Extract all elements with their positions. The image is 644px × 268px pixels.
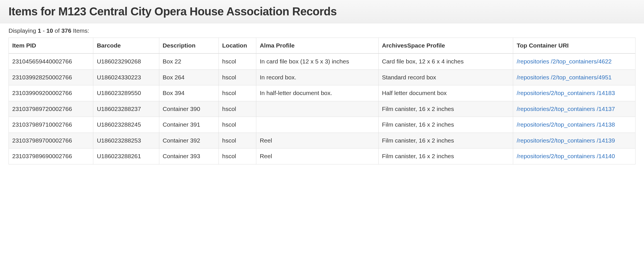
cell-alma: Reel bbox=[256, 149, 379, 164]
cell-top-container-uri: /repositories/2/top_containers /14183 bbox=[513, 85, 635, 101]
top-container-link[interactable]: /repositories/2/top_containers /14183 bbox=[517, 90, 615, 96]
cell-alma: In half-letter document box. bbox=[256, 85, 379, 101]
cell-barcode: U186023288245 bbox=[93, 117, 159, 133]
cell-alma: In card file box (12 x 5 x 3) inches bbox=[256, 53, 379, 69]
cell-location: hscol bbox=[218, 101, 256, 117]
table-row: 231037989710002766U186023288245Container… bbox=[9, 117, 635, 133]
items-table: Item PID Barcode Description Location Al… bbox=[9, 38, 635, 164]
cell-aspace: Film canister, 16 x 2 inches bbox=[378, 149, 513, 164]
cell-description: Container 393 bbox=[159, 149, 218, 164]
items-tbody: 231045659440002766U186023290268Box 22hsc… bbox=[9, 53, 635, 164]
top-container-link[interactable]: /repositories /2/top_containers/4622 bbox=[517, 58, 612, 65]
cell-description: Box 22 bbox=[159, 53, 218, 69]
cell-location: hscol bbox=[218, 69, 256, 85]
summary-of: of bbox=[53, 27, 61, 34]
cell-top-container-uri: /repositories /2/top_containers/4622 bbox=[513, 53, 635, 69]
table-header-row: Item PID Barcode Description Location Al… bbox=[9, 38, 635, 54]
col-barcode[interactable]: Barcode bbox=[93, 38, 159, 54]
cell-pid: 231045659440002766 bbox=[9, 53, 93, 69]
cell-barcode: U186023289550 bbox=[93, 85, 159, 101]
table-row: 231039909200002766U186023289550Box 394hs… bbox=[9, 85, 635, 101]
summary-dash: - bbox=[41, 27, 46, 34]
cell-description: Container 391 bbox=[159, 117, 218, 133]
cell-top-container-uri: /repositories/2/top_containers /14139 bbox=[513, 133, 635, 148]
col-alma-profile[interactable]: Alma Profile bbox=[256, 38, 379, 54]
cell-top-container-uri: /repositories/2/top_containers /14140 bbox=[513, 149, 635, 164]
summary-total: 376 bbox=[61, 27, 71, 34]
top-container-link[interactable]: /repositories /2/top_containers/4951 bbox=[517, 74, 612, 81]
cell-alma: Reel bbox=[256, 133, 379, 148]
cell-top-container-uri: /repositories/2/top_containers /14138 bbox=[513, 117, 635, 133]
cell-location: hscol bbox=[218, 117, 256, 133]
cell-description: Container 390 bbox=[159, 101, 218, 117]
page-title: Items for M123 Central City Opera House … bbox=[9, 5, 635, 18]
top-container-link[interactable]: /repositories/2/top_containers /14139 bbox=[517, 137, 615, 144]
page-header: Items for M123 Central City Opera House … bbox=[0, 0, 644, 23]
cell-location: hscol bbox=[218, 133, 256, 148]
cell-description: Box 394 bbox=[159, 85, 218, 101]
cell-barcode: U186023290268 bbox=[93, 53, 159, 69]
top-container-link[interactable]: /repositories/2/top_containers /14138 bbox=[517, 121, 615, 128]
cell-pid: 231039928250002766 bbox=[9, 69, 93, 85]
cell-barcode: U186023288237 bbox=[93, 101, 159, 117]
cell-location: hscol bbox=[218, 85, 256, 101]
summary-to: 10 bbox=[46, 27, 53, 34]
cell-description: Container 392 bbox=[159, 133, 218, 148]
cell-location: hscol bbox=[218, 149, 256, 164]
table-row: 231037989720002766U186023288237Container… bbox=[9, 101, 635, 117]
items-table-wrap: Item PID Barcode Description Location Al… bbox=[0, 38, 644, 164]
cell-pid: 231039909200002766 bbox=[9, 85, 93, 101]
cell-aspace: Film canister, 16 x 2 inches bbox=[378, 101, 513, 117]
top-container-link[interactable]: /repositories/2/top_containers /14137 bbox=[517, 106, 615, 112]
cell-alma bbox=[256, 117, 379, 133]
cell-barcode: U186024330223 bbox=[93, 69, 159, 85]
table-row: 231037989690002766U186023288261Container… bbox=[9, 149, 635, 164]
table-row: 231039928250002766U186024330223Box 264hs… bbox=[9, 69, 635, 85]
cell-location: hscol bbox=[218, 53, 256, 69]
table-row: 231037989700002766U186023288253Container… bbox=[9, 133, 635, 148]
col-description[interactable]: Description bbox=[159, 38, 218, 54]
cell-top-container-uri: /repositories /2/top_containers/4951 bbox=[513, 69, 635, 85]
cell-alma bbox=[256, 101, 379, 117]
cell-aspace: Card file box, 12 x 6 x 4 inches bbox=[378, 53, 513, 69]
summary-suffix: Items: bbox=[71, 27, 89, 34]
summary-from: 1 bbox=[38, 27, 41, 34]
col-aspace-profile[interactable]: ArchivesSpace Profile bbox=[378, 38, 513, 54]
cell-pid: 231037989710002766 bbox=[9, 117, 93, 133]
cell-barcode: U186023288253 bbox=[93, 133, 159, 148]
cell-top-container-uri: /repositories/2/top_containers /14137 bbox=[513, 101, 635, 117]
col-location[interactable]: Location bbox=[218, 38, 256, 54]
cell-aspace: Film canister, 16 x 2 inches bbox=[378, 133, 513, 148]
top-container-link[interactable]: /repositories/2/top_containers /14140 bbox=[517, 153, 615, 159]
cell-pid: 231037989690002766 bbox=[9, 149, 93, 164]
cell-aspace: Film canister, 16 x 2 inches bbox=[378, 117, 513, 133]
results-summary: Displaying 1 - 10 of 376 Items: bbox=[0, 23, 644, 38]
cell-alma: In record box. bbox=[256, 69, 379, 85]
cell-aspace: Half letter document box bbox=[378, 85, 513, 101]
cell-barcode: U186023288261 bbox=[93, 149, 159, 164]
cell-pid: 231037989720002766 bbox=[9, 101, 93, 117]
cell-pid: 231037989700002766 bbox=[9, 133, 93, 148]
table-row: 231045659440002766U186023290268Box 22hsc… bbox=[9, 53, 635, 69]
summary-prefix: Displaying bbox=[9, 27, 38, 34]
col-top-container[interactable]: Top Container URI bbox=[513, 38, 635, 54]
col-item-pid[interactable]: Item PID bbox=[9, 38, 93, 54]
cell-description: Box 264 bbox=[159, 69, 218, 85]
cell-aspace: Standard record box bbox=[378, 69, 513, 85]
